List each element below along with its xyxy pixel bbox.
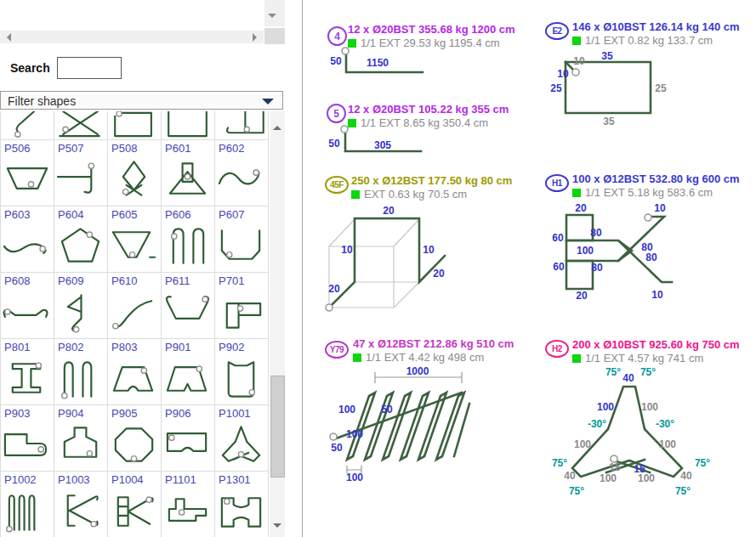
shape-cell-P903[interactable]: P903 — [1, 405, 54, 472]
shape-icon-P904 — [54, 420, 107, 469]
shape-icon-P602 — [215, 155, 268, 204]
shape-code: P506 — [4, 142, 54, 155]
item-detail: 1/1 EXT 29.53 kg 1195.4 cm — [348, 37, 500, 49]
shape-cell-partial-2[interactable] — [54, 111, 108, 140]
shape-cell-partial-4[interactable] — [162, 111, 215, 140]
item-summary: 12 x Ø20BST 105.22 kg 355 cm — [348, 103, 509, 116]
shape-cell-P508[interactable]: P508 — [108, 140, 162, 206]
shape-cell-P1001[interactable]: P1001 — [215, 405, 269, 472]
rebar-item-4[interactable]: 4 12 x Ø20BST 355.68 kg 1200 cm 1/1 EXT … — [303, 0, 756, 537]
dim-label: 80 — [641, 241, 652, 253]
shape-icon-P609 — [54, 287, 107, 336]
filter-shapes-label: Filter shapes — [8, 94, 76, 108]
dim-label: 75° — [605, 366, 621, 378]
scroll-up-icon[interactable] — [273, 122, 281, 130]
dim-label: 20 — [433, 268, 444, 280]
rebar-item-45F[interactable]: 45F 250 x Ø12BST 177.50 kg 80 cm EXT 0.6… — [303, 0, 756, 537]
shape-cell-P610[interactable]: P610 — [108, 273, 162, 339]
dim-label: 50 — [330, 55, 341, 67]
search-input[interactable] — [57, 57, 122, 79]
shape-icon-P607 — [215, 221, 268, 270]
shape-cell-P1002[interactable]: P1002 — [1, 472, 54, 537]
shape-icon-P1003 — [54, 486, 107, 535]
dim-label: 50 — [331, 442, 342, 454]
dim-labels-Y79: 10001005010050100 — [303, 0, 756, 537]
shape-cell-P802[interactable]: P802 — [54, 339, 108, 405]
shape-icon-P508 — [108, 155, 161, 204]
scroll-left-icon[interactable] — [3, 33, 11, 42]
shape-cell-P602[interactable]: P602 — [215, 140, 269, 206]
rebar-item-E2[interactable]: E2 146 x Ø10BST 126.14 kg 140 cm 1/1 EXT… — [303, 0, 756, 537]
bar-list-pane: 4 12 x Ø20BST 355.68 kg 1200 cm 1/1 EXT … — [303, 0, 756, 537]
preview-vertical-scrollbar[interactable] — [264, 0, 285, 26]
filter-shapes-dropdown[interactable]: Filter shapes — [0, 91, 283, 110]
shape-code: P905 — [111, 407, 161, 420]
rebar-item-H1[interactable]: H1 100 x Ø12BST 532.80 kg 600 cm 1/1 EXT… — [303, 0, 756, 537]
dim-label: 20 — [576, 290, 587, 302]
shape-cell-P701[interactable]: P701 — [215, 273, 269, 339]
shape-cell-partial-5[interactable] — [215, 111, 269, 140]
shape-cell-P603[interactable]: P603 — [1, 206, 54, 273]
item-detail: EXT 0.63 kg 70.5 cm — [351, 188, 467, 201]
shape-cell-P904[interactable]: P904 — [54, 405, 108, 472]
shape-cell-P1301[interactable]: P1301 — [215, 472, 269, 537]
shape-cell-P608[interactable]: P608 — [1, 273, 54, 339]
dim-label: 80 — [645, 252, 657, 263]
shape-cell-P902[interactable]: P902 — [215, 339, 269, 405]
scroll-right-icon[interactable] — [253, 33, 261, 42]
badge-label: H2 — [552, 344, 562, 353]
shape-icon-P906 — [162, 420, 214, 469]
shape-cell-P507[interactable]: P507 — [54, 140, 108, 206]
shape-code: P1101 — [165, 473, 214, 486]
status-square-icon — [351, 190, 360, 199]
shape-icon-P604 — [54, 221, 107, 270]
shape-icon-partial-2 — [54, 111, 107, 139]
item-badge: 45F — [325, 176, 349, 194]
shape-cell-P506[interactable]: P506 — [1, 140, 54, 206]
preview-horizontal-scrollbar[interactable] — [0, 31, 264, 43]
scroll-down-icon[interactable] — [273, 523, 281, 532]
rebar-item-5[interactable]: 5 12 x Ø20BST 105.22 kg 355 cm 1/1 EXT 8… — [303, 0, 756, 537]
dim-label: 35 — [601, 50, 612, 62]
shape-cell-P901[interactable]: P901 — [162, 339, 215, 405]
dim-labels-H2: 75°4075°100100-30°-30°10010075°401515407… — [303, 0, 756, 537]
shape-icon-P1002 — [1, 486, 54, 535]
shape-code: P507 — [58, 142, 107, 155]
shape-palette: P506 P507 P508 P601 P602 P603 P604 P605 … — [0, 111, 270, 537]
rebar-item-Y79[interactable]: Y79 47 x Ø12BST 212.86 kg 510 cm 1/1 EXT… — [303, 0, 756, 537]
shape-code: P801 — [4, 341, 54, 353]
shape-cell-P606[interactable]: P606 — [162, 206, 215, 273]
shape-cell-P905[interactable]: P905 — [108, 405, 162, 472]
dim-label: 35 — [603, 116, 614, 127]
shape-drawing-45F — [303, 0, 756, 537]
dim-label: 100 — [577, 245, 594, 257]
rebar-item-H2[interactable]: H2 200 x Ø10BST 925.60 kg 750 cm 1/1 EXT… — [303, 0, 756, 537]
shape-cell-P601[interactable]: P601 — [162, 140, 215, 206]
shape-cell-P803[interactable]: P803 — [108, 339, 162, 405]
dim-label: 10 — [651, 289, 662, 301]
palette-scrollbar[interactable] — [270, 111, 285, 537]
shape-code: P1004 — [111, 473, 161, 486]
status-square-icon — [572, 37, 581, 45]
shape-cell-P611[interactable]: P611 — [162, 273, 215, 339]
shape-cell-partial-3[interactable] — [108, 111, 162, 140]
shape-cell-partial-1[interactable] — [1, 111, 54, 140]
shape-cell-P1004[interactable]: P1004 — [108, 472, 162, 537]
shape-icon-P801 — [1, 353, 54, 403]
dim-label: 40 — [680, 470, 691, 482]
shape-code: P906 — [165, 407, 214, 420]
shape-cell-P1003[interactable]: P1003 — [54, 472, 108, 537]
shape-cell-P801[interactable]: P801 — [1, 339, 54, 405]
scrollbar-thumb[interactable] — [270, 376, 285, 478]
shape-cell-P906[interactable]: P906 — [162, 405, 215, 472]
shape-icon-P611 — [162, 287, 214, 336]
shape-cell-P604[interactable]: P604 — [54, 206, 108, 273]
dim-label: 50 — [328, 138, 339, 150]
scroll-down-icon[interactable] — [268, 14, 276, 22]
shape-cell-P1101[interactable]: P1101 — [162, 472, 215, 537]
shape-cell-P605[interactable]: P605 — [108, 206, 162, 273]
item-summary: 12 x Ø20BST 355.68 kg 1200 cm — [348, 23, 515, 36]
dim-label: 75° — [675, 485, 691, 497]
shape-cell-P607[interactable]: P607 — [215, 206, 269, 273]
shape-cell-P609[interactable]: P609 — [54, 273, 108, 339]
